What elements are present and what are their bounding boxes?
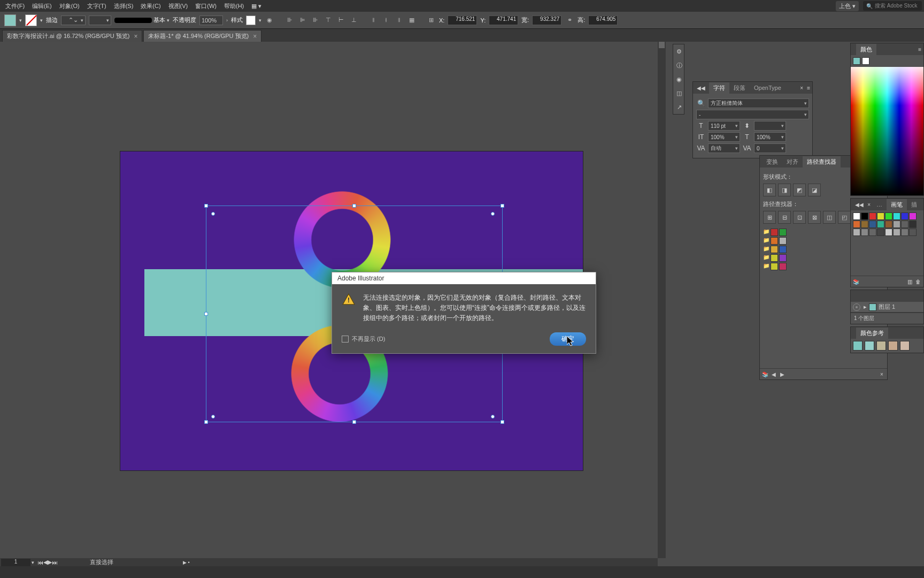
layer-name[interactable]: 图层 1 [879,303,895,311]
swatch-cell[interactable] [869,212,876,220]
rotate-handle[interactable] [211,415,215,419]
libraries-icon[interactable]: ⓘ [674,60,684,70]
intersect-icon[interactable]: ◩ [793,184,806,196]
menu-type[interactable]: 文字(T) [84,1,110,12]
panel-close-icon[interactable]: × [866,202,872,208]
font-family-field[interactable]: 方正粗倩简体 [708,98,809,108]
constrain-proportions-icon[interactable]: ⚭ [565,16,574,25]
align-right-icon[interactable]: ⊪ [311,16,320,25]
swatch-lib-icon[interactable]: 📚 [852,278,860,285]
swatch-cell[interactable] [877,220,884,228]
menu-window[interactable]: 窗口(W) [192,1,220,12]
distribute-spacing-icon[interactable]: ⫴ [394,16,404,25]
fill-color-proxy[interactable] [853,57,860,65]
panel-menu-icon[interactable]: ≡ [807,85,810,91]
crop-icon[interactable]: ⊠ [808,211,821,224]
swatch-cell[interactable] [869,229,876,236]
color-guide-swatch[interactable] [853,341,863,351]
transform-icon[interactable]: ⊞ [426,16,436,25]
rotate-handle[interactable] [211,212,215,216]
swatch-cell[interactable] [909,220,917,228]
minus-back-icon[interactable]: ◰ [838,211,851,224]
minus-front-icon[interactable]: ◨ [778,184,791,196]
rotate-handle[interactable] [491,212,495,216]
color-swatch[interactable] [771,263,778,270]
tab-color[interactable]: 颜色 [856,44,876,55]
graphic-styles-icon[interactable]: ◫ [674,88,684,98]
swatch-cell[interactable] [853,229,860,236]
menu-help[interactable]: 帮助(H) [221,1,247,12]
expand-layer-icon[interactable]: ▸ [864,303,867,310]
tab-character[interactable]: 字符 [709,82,729,94]
y-field[interactable]: 471.741 [489,16,518,25]
horizontal-scrollbar[interactable]: 1 ▾ ⏮ ◀ ▶ ⏭ 直接选择 ▶ • [0,558,658,566]
color-swatch[interactable] [771,254,778,262]
swatch-cell[interactable] [861,229,868,236]
tab-brushes[interactable]: 画笔 [887,199,907,210]
font-style-field[interactable]: - [696,110,809,119]
panel-close-icon[interactable]: × [798,85,805,91]
swatch-lib-icon[interactable]: 📚 [761,370,769,378]
tab-align[interactable]: 对齐 [782,156,803,168]
swatch-cell[interactable] [861,212,868,220]
menu-file[interactable]: 文件(F) [2,1,28,12]
graphic-style-swatch[interactable] [246,16,256,25]
tracking-field[interactable]: 0 [754,143,786,153]
collapse-icon[interactable]: ◀◀ [695,85,707,91]
swatch-cell[interactable] [893,212,900,220]
recolor-artwork-icon[interactable]: ◉ [265,16,274,25]
arrange-docs-icon[interactable]: ▦ ▾ [248,1,265,11]
swatch-next-icon[interactable]: ▶ [779,370,786,378]
swatch-cell[interactable] [901,212,908,220]
color-swatch[interactable] [779,229,787,236]
color-spectrum[interactable] [851,67,923,195]
ok-button[interactable]: 确定 [550,332,586,346]
align-to-icon[interactable]: ▦ [407,16,417,25]
leading-field[interactable] [754,121,786,131]
tab-pathfinder[interactable]: 路径查找器 [803,156,841,168]
swatch-cell[interactable] [861,220,868,228]
align-left-icon[interactable]: ⊪ [285,16,295,25]
trim-icon[interactable]: ⊟ [778,211,791,224]
workspace-switcher[interactable]: 上色 ▾ [836,1,859,11]
divide-icon[interactable]: ⊞ [763,211,776,224]
color-swatch[interactable] [779,237,787,245]
tab-swatches[interactable]: … [872,200,887,209]
stroke-color-proxy[interactable] [862,57,869,65]
align-bottom-icon[interactable]: ⊥ [349,16,359,25]
appearance-icon[interactable]: ◉ [674,74,684,84]
color-guide-swatch[interactable] [888,341,898,351]
menu-object[interactable]: 对象(O) [56,1,83,12]
swatch-prev-icon[interactable]: ◀ [770,370,777,378]
h-field[interactable]: 674.905 [588,16,618,25]
font-size-field[interactable]: 110 pt [708,121,740,131]
brush-dropdown-icon[interactable]: ▾ [167,18,170,23]
color-swatch[interactable] [771,229,778,236]
kerning-field[interactable]: 自动 [708,143,740,153]
brush-definition[interactable] [114,18,152,23]
tab-transform[interactable]: 变换 [762,156,782,168]
color-swatch[interactable] [771,246,778,253]
panel-menu-icon[interactable]: ≡ [918,47,921,52]
swatch-cell[interactable] [893,220,900,228]
swatch-cell[interactable] [909,229,917,236]
vertical-scrollbar[interactable] [658,42,666,558]
opacity-slider-icon[interactable]: › [226,18,228,23]
vscale-field[interactable]: 100% [708,132,740,142]
close-icon[interactable]: × [134,33,137,40]
document-tab-2[interactable]: 未标题-1* @ 41.94% (RGB/GPU 预览) × [143,30,261,42]
tab-opentype[interactable]: OpenType [750,83,786,93]
swatch-cell[interactable] [877,212,884,220]
menu-effect[interactable]: 效果(C) [137,1,164,12]
swatch-cell[interactable] [869,220,876,228]
swatch-cell[interactable] [901,220,908,228]
swatch-cell[interactable] [893,229,900,236]
color-guide-swatch[interactable] [876,341,886,351]
align-top-icon[interactable]: ⊤ [324,16,333,25]
swatch-cell[interactable] [877,229,884,236]
swatch-cell[interactable] [885,229,892,236]
properties-icon[interactable]: ⚙ [674,47,684,56]
swatch-cell[interactable] [885,212,892,220]
new-swatch-icon[interactable]: ▥ [906,278,913,285]
color-swatch[interactable] [771,237,778,245]
